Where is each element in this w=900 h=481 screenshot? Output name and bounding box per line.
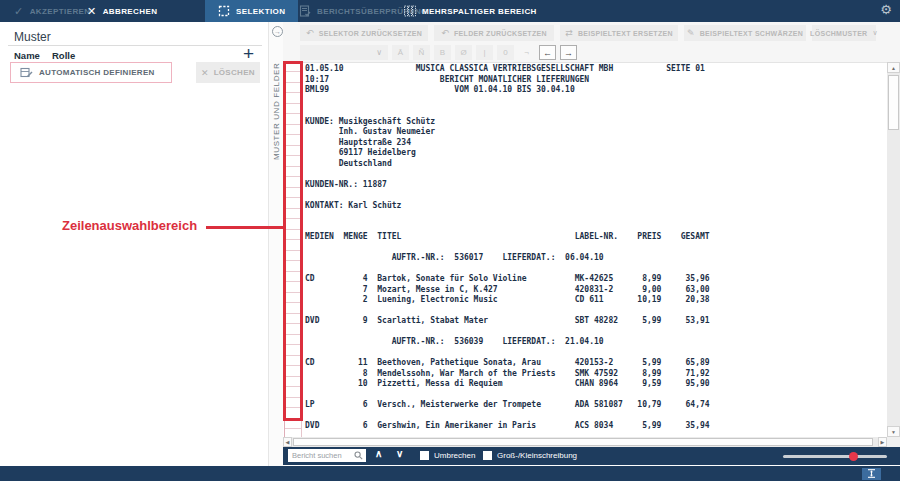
chevron-down-icon: ∨ bbox=[872, 29, 877, 37]
scroll-up-button[interactable]: ▲ bbox=[887, 62, 900, 73]
column-header-name: Name bbox=[14, 50, 40, 61]
scroll-left-button[interactable]: ◀ bbox=[283, 437, 292, 447]
delete-button[interactable]: ✕ LÖSCHEN bbox=[196, 62, 260, 83]
delete-pattern-label: LÖSCHMUSTER bbox=[810, 30, 867, 37]
arrow-right-icon: ▶ bbox=[881, 439, 885, 445]
wrap-checkbox[interactable] bbox=[420, 451, 429, 460]
report-text[interactable]: 01.05.10 MUSICA CLASSICA VERTRIEBSGESELL… bbox=[305, 64, 710, 432]
format-button-b[interactable]: B bbox=[434, 45, 451, 60]
collapse-panel-icon[interactable]: → bbox=[272, 26, 283, 37]
format-button-o-slash[interactable]: Ø bbox=[455, 45, 472, 60]
search-input[interactable] bbox=[288, 451, 354, 460]
format-dropdown[interactable]: ∨ bbox=[300, 45, 388, 60]
row-selection-gutter[interactable] bbox=[284, 62, 302, 437]
format-button-not[interactable]: ¬ bbox=[518, 45, 535, 60]
format-button-zero[interactable]: 0 bbox=[497, 45, 514, 60]
format-row: ∨ Ā Ñ B Ø | 0 ¬ ← → bbox=[300, 45, 577, 60]
side-tab-muster-und-felder[interactable]: MUSTER UND FELDER bbox=[272, 40, 281, 160]
horizontal-scroll-thumb[interactable] bbox=[293, 438, 873, 446]
pen-icon: ✎ bbox=[687, 28, 695, 38]
accept-label: AKZEPTIEREN bbox=[30, 7, 91, 16]
cancel-label: ABBRECHEN bbox=[103, 7, 158, 16]
accept-button[interactable]: ✓ AKZEPTIEREN bbox=[14, 0, 90, 22]
tab-selection-label: SELEKTION bbox=[236, 7, 285, 16]
tab-multicolumn[interactable]: MEHRSPALTIGER BEREICH bbox=[404, 0, 537, 22]
auto-define-button[interactable]: AUTOMATISCH DEFINIEREN bbox=[10, 62, 172, 83]
find-next-button[interactable]: ∨ bbox=[396, 448, 403, 459]
fit-height-icon bbox=[867, 469, 876, 478]
replace-sample-label: BEISPIELTEXT ERSETZEN bbox=[578, 30, 673, 37]
muster-panel: Muster Name Rolle + AUTOMATISCH DEFINIER… bbox=[0, 22, 268, 466]
swap-icon: ⇄ bbox=[565, 28, 573, 38]
format-button-pipe[interactable]: | bbox=[476, 45, 493, 60]
undo-icon: ↶ bbox=[441, 28, 449, 38]
search-icon bbox=[354, 451, 363, 460]
auto-define-label: AUTOMATISCH DEFINIEREN bbox=[39, 68, 155, 77]
reset-fields-button[interactable]: ↶ FELDER ZURÜCKSETZEN bbox=[434, 25, 554, 41]
nav-right-button[interactable]: → bbox=[560, 45, 577, 60]
report-check-icon bbox=[299, 5, 311, 17]
arrow-up-icon: ▲ bbox=[891, 65, 896, 71]
status-bar bbox=[0, 466, 900, 481]
reset-selector-button[interactable]: ↶ SELEKTOR ZURÜCKSETZEN bbox=[300, 25, 428, 41]
search-box bbox=[288, 449, 366, 462]
columns-icon bbox=[404, 5, 416, 17]
add-pattern-button[interactable]: + bbox=[243, 44, 254, 63]
scrollbar-corner bbox=[887, 437, 900, 447]
selection-marquee-icon bbox=[218, 5, 230, 17]
wrap-checkbox-label: Umbrechen bbox=[434, 451, 475, 460]
toolbar-button-row: ↶ SELEKTOR ZURÜCKSETZEN ↶ FELDER ZURÜCKS… bbox=[300, 25, 876, 41]
tab-multicolumn-label: MEHRSPALTIGER BEREICH bbox=[422, 7, 537, 16]
chevron-down-icon: ∨ bbox=[376, 48, 382, 57]
zoom-slider-knob[interactable] bbox=[849, 452, 858, 461]
close-icon: ✕ bbox=[87, 6, 97, 17]
annotation-label: Zeilenauswahlbereich bbox=[62, 218, 197, 233]
annotation-connector-line bbox=[206, 226, 284, 229]
case-checkbox-label: Groß-/Kleinschreibung bbox=[497, 451, 577, 460]
scroll-down-button[interactable]: ▼ bbox=[887, 426, 900, 437]
zoom-slider[interactable] bbox=[783, 455, 887, 458]
column-header-role: Rolle bbox=[52, 50, 75, 61]
arrow-left-icon: ◀ bbox=[286, 439, 290, 445]
tab-selection[interactable]: SELEKTION bbox=[205, 0, 298, 22]
panel-separator bbox=[8, 45, 262, 46]
blacken-sample-button[interactable]: ✎ BEISPIELTEXT SCHWÄRZEN bbox=[684, 25, 806, 41]
panel-title: Muster bbox=[14, 30, 51, 44]
blacken-sample-label: BEISPIELTEXT SCHWÄRZEN bbox=[700, 30, 803, 37]
vertical-scrollbar[interactable]: ▲ ▼ bbox=[887, 62, 900, 437]
replace-sample-button[interactable]: ⇄ BEISPIELTEXT ERSETZEN bbox=[560, 25, 678, 41]
vertical-scroll-thumb[interactable] bbox=[888, 75, 899, 130]
undo-icon: ↶ bbox=[306, 28, 314, 38]
delete-pattern-dropdown[interactable]: LÖSCHMUSTER ∨ bbox=[812, 25, 876, 41]
top-toolbar: ✓ AKZEPTIEREN ✕ ABBRECHEN SELEKTION BERI… bbox=[0, 0, 900, 22]
report-search-bar: ∧ ∨ Umbrechen Groß-/Kleinschreibung bbox=[283, 447, 900, 465]
nav-left-button[interactable]: ← bbox=[539, 45, 556, 60]
format-button-a-macron[interactable]: Ā bbox=[392, 45, 409, 60]
settings-gear-icon[interactable]: ⚙ bbox=[880, 3, 892, 16]
scroll-right-button[interactable]: ▶ bbox=[878, 437, 887, 447]
close-icon: ✕ bbox=[201, 68, 209, 78]
horizontal-scrollbar[interactable]: ◀ ▶ bbox=[283, 437, 887, 447]
report-toolbar: ↶ SELEKTOR ZURÜCKSETZEN ↶ FELDER ZURÜCKS… bbox=[283, 22, 900, 62]
delete-label: LÖSCHEN bbox=[214, 68, 255, 77]
fit-height-button[interactable] bbox=[862, 468, 881, 480]
check-icon: ✓ bbox=[14, 6, 24, 17]
format-button-n-tilde[interactable]: Ñ bbox=[413, 45, 430, 60]
arrow-down-icon: ▼ bbox=[891, 429, 896, 435]
app-window: ✓ AKZEPTIEREN ✕ ABBRECHEN SELEKTION BERI… bbox=[0, 0, 900, 481]
cancel-button[interactable]: ✕ ABBRECHEN bbox=[87, 0, 157, 22]
reset-fields-label: FELDER ZURÜCKSETZEN bbox=[454, 30, 547, 37]
reset-selector-label: SELEKTOR ZURÜCKSETZEN bbox=[319, 30, 422, 37]
auto-define-icon bbox=[20, 66, 33, 79]
side-tab-strip: → MUSTER UND FELDER bbox=[268, 22, 284, 466]
find-previous-button[interactable]: ∧ bbox=[375, 448, 382, 459]
case-checkbox[interactable] bbox=[483, 451, 492, 460]
